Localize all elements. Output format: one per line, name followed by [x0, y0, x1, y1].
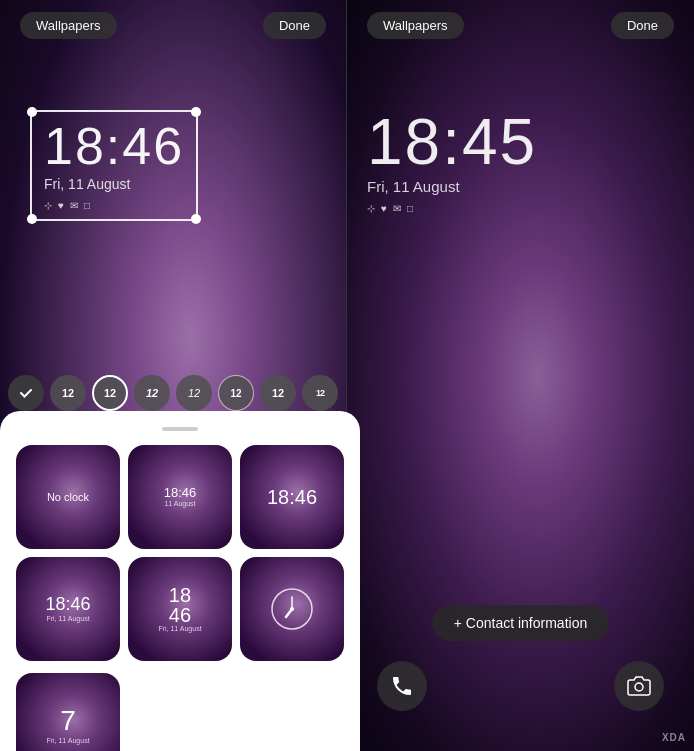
tile7-date: Fri, 11 August	[46, 737, 89, 745]
tile2-time: 18:46 11 August	[164, 486, 197, 508]
left-wallpapers-button[interactable]: Wallpapers	[20, 12, 117, 39]
tile5-mins: 46	[158, 605, 201, 625]
corner-dot-bl	[27, 214, 37, 224]
svg-point-4	[635, 683, 643, 691]
right-status-icons: ⊹ ♥ ✉ □	[367, 203, 674, 214]
phone-icon	[390, 674, 414, 698]
panel-handle	[162, 427, 198, 431]
analog-clock-svg	[270, 587, 314, 631]
xda-badge: XDA	[662, 732, 686, 743]
style-check-button[interactable]	[8, 375, 44, 411]
left-clock-selection[interactable]: 18:46 Fri, 11 August ⊹ ♥ ✉ □	[30, 110, 198, 221]
clock-style-grid: No clock 18:46 11 August 18:46	[16, 445, 344, 661]
style-selector-row: 12 12 12 12 12 12 12	[0, 375, 346, 411]
style-12-4-button[interactable]: 12	[176, 375, 212, 411]
style-12-5-button[interactable]: 12	[218, 375, 254, 411]
right-accessibility-icon: ⊹	[367, 203, 375, 214]
camera-icon-button[interactable]	[614, 661, 664, 711]
tile5-time: 18 46 Fri, 11 August	[158, 585, 201, 633]
left-status-icons: ⊹ ♥ ✉ □	[44, 200, 184, 211]
empty-tile-1	[128, 673, 232, 751]
clock-style-panel: No clock 18:46 11 August 18:46	[0, 411, 360, 751]
phone-icon-button[interactable]	[377, 661, 427, 711]
corner-dot-tr	[191, 107, 201, 117]
right-heart-icon: ♥	[381, 203, 387, 214]
style-12-3-button[interactable]: 12	[134, 375, 170, 411]
camera-icon	[627, 674, 651, 698]
right-lock-icon: □	[407, 203, 413, 214]
clock-tile-digital-small[interactable]: 18:46 11 August	[128, 445, 232, 549]
tile5-hours: 18	[158, 585, 201, 605]
tile7-time: 7 Fri, 11 August	[46, 706, 89, 744]
tile4-time: 18:46 Fri, 11 August	[45, 595, 90, 622]
heart-icon: ♥	[58, 200, 64, 211]
empty-tile-2	[240, 673, 344, 751]
svg-point-3	[290, 607, 294, 611]
right-clock-area: 18:45 Fri, 11 August ⊹ ♥ ✉ □	[367, 110, 674, 214]
left-clock-time: 18:46	[44, 120, 184, 172]
tile5-date: Fri, 11 August	[158, 625, 201, 633]
style-12-7-button[interactable]: 12	[302, 375, 338, 411]
style-12-2-button[interactable]: 12	[92, 375, 128, 411]
style-12-1-button[interactable]: 12	[50, 375, 86, 411]
contact-information-button[interactable]: + Contact information	[432, 605, 609, 641]
left-phone: Wallpapers Done 18:46 Fri, 11 August ⊹ ♥…	[0, 0, 347, 751]
clock-tile-no-clock[interactable]: No clock	[16, 445, 120, 549]
left-done-button[interactable]: Done	[263, 12, 326, 39]
tile3-time: 18:46	[267, 486, 317, 508]
clock-tile-alt[interactable]: 7 Fri, 11 August	[16, 673, 120, 751]
right-done-button[interactable]: Done	[611, 12, 674, 39]
no-clock-label: No clock	[47, 491, 89, 503]
right-top-bar: Wallpapers Done	[347, 0, 694, 50]
right-phone: Wallpapers Done 18:45 Fri, 11 August ⊹ ♥…	[347, 0, 694, 751]
style-12-6-button[interactable]: 12	[260, 375, 296, 411]
clock-style-grid-2: 7 Fri, 11 August	[16, 673, 344, 751]
left-top-bar: Wallpapers Done	[0, 0, 346, 50]
left-clock-date: Fri, 11 August	[44, 176, 184, 192]
right-mail-icon: ✉	[393, 203, 401, 214]
clock-tile-digital-date[interactable]: 18:46 Fri, 11 August	[16, 557, 120, 661]
tile4-date: Fri, 11 August	[45, 615, 90, 623]
right-clock-time: 18:45	[367, 110, 674, 174]
tile2-date: 11 August	[164, 500, 197, 508]
left-clock-area: 18:46 Fri, 11 August ⊹ ♥ ✉ □	[30, 110, 316, 221]
right-bottom-icons	[347, 661, 694, 711]
right-wallpapers-button[interactable]: Wallpapers	[367, 12, 464, 39]
main-container: Wallpapers Done 18:46 Fri, 11 August ⊹ ♥…	[0, 0, 694, 751]
mail-icon: ✉	[70, 200, 78, 211]
lock-icon: □	[84, 200, 90, 211]
corner-dot-tl	[27, 107, 37, 117]
accessibility-icon: ⊹	[44, 200, 52, 211]
clock-tile-analog[interactable]	[240, 557, 344, 661]
clock-tile-vertical[interactable]: 18 46 Fri, 11 August	[128, 557, 232, 661]
right-clock-date: Fri, 11 August	[367, 178, 674, 195]
clock-tile-round[interactable]: 18:46	[240, 445, 344, 549]
